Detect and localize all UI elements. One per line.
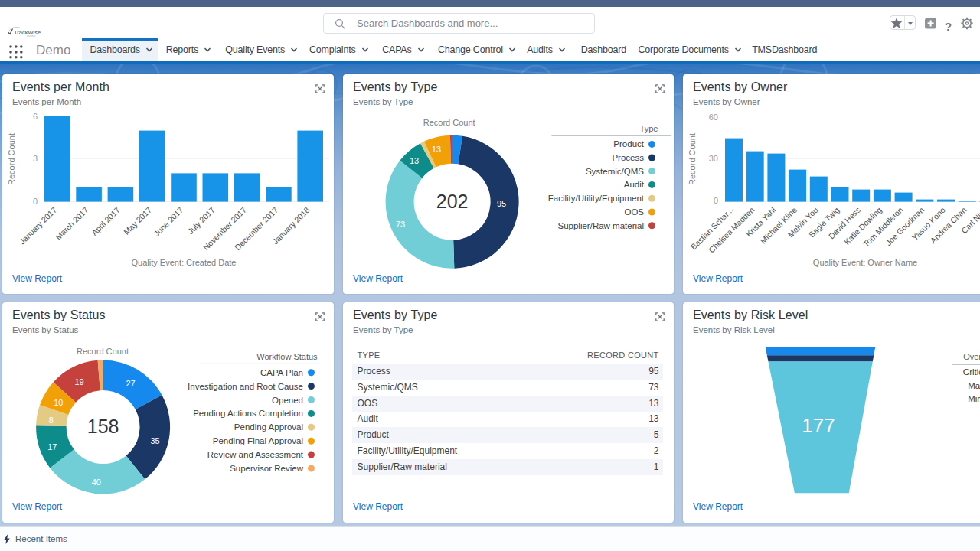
svg-text:Minor: Minor (968, 394, 980, 403)
svg-text:Record Count: Record Count (7, 133, 16, 185)
svg-text:Major: Major (968, 381, 980, 390)
svg-text:Investigation and Root Cause: Investigation and Root Cause (188, 382, 303, 391)
svg-text:Audit: Audit (624, 180, 645, 189)
svg-text:Pending Approval: Pending Approval (234, 422, 303, 432)
svg-text:35: 35 (150, 436, 159, 445)
svg-text:177: 177 (802, 414, 835, 437)
svg-text:0: 0 (33, 197, 38, 206)
svg-text:Pending Actions Completion: Pending Actions Completion (193, 409, 303, 418)
svg-text:June 2017: June 2017 (152, 205, 185, 238)
svg-text:13: 13 (432, 145, 441, 154)
svg-text:40: 40 (92, 478, 101, 487)
svg-text:95: 95 (497, 199, 506, 208)
svg-text:Critical: Critical (963, 367, 980, 377)
svg-text:Record Count: Record Count (77, 347, 129, 356)
svg-text:Record Count: Record Count (423, 118, 475, 127)
svg-text:Type: Type (640, 124, 658, 133)
svg-text:13: 13 (410, 156, 419, 165)
svg-text:Opened: Opened (272, 396, 303, 405)
svg-text:10: 10 (54, 398, 63, 407)
svg-text:30: 30 (709, 154, 718, 163)
svg-text:Process: Process (612, 153, 644, 162)
svg-text:Overall: Overall (963, 352, 980, 361)
svg-text:OOS: OOS (624, 207, 644, 217)
svg-text:0: 0 (714, 196, 718, 205)
svg-text:July 2017: July 2017 (185, 205, 216, 236)
svg-text:6: 6 (33, 112, 38, 121)
svg-text:Quality Event: Created Date: Quality Event: Created Date (132, 258, 237, 267)
svg-text:8: 8 (49, 416, 54, 425)
svg-text:27: 27 (126, 379, 135, 388)
svg-text:Product: Product (613, 139, 644, 148)
svg-text:3: 3 (33, 154, 38, 163)
svg-text:Pending Final Approval: Pending Final Approval (213, 436, 303, 445)
svg-text:March 2017: March 2017 (54, 205, 90, 242)
svg-text:73: 73 (396, 220, 405, 229)
svg-text:Record Count: Record Count (688, 133, 697, 185)
svg-text:January 2017: January 2017 (18, 205, 59, 246)
svg-text:CAPA Plan: CAPA Plan (260, 368, 303, 377)
svg-text:Supervisor Review: Supervisor Review (230, 464, 304, 473)
svg-text:Review and Assessment: Review and Assessment (207, 450, 304, 459)
svg-text:158: 158 (87, 416, 119, 437)
svg-text:May 2017: May 2017 (122, 205, 153, 236)
svg-text:April 2017: April 2017 (90, 205, 122, 237)
svg-text:Supplier/Raw material: Supplier/Raw material (558, 221, 645, 230)
svg-text:Facility/Utility/Equipment: Facility/Utility/Equipment (548, 194, 645, 203)
svg-text:Quality Event: Owner Name: Quality Event: Owner Name (813, 258, 917, 267)
svg-text:17: 17 (47, 442, 57, 452)
svg-text:60: 60 (709, 112, 718, 122)
svg-text:202: 202 (436, 191, 469, 212)
svg-text:Systemic/QMS: Systemic/QMS (586, 167, 644, 176)
svg-text:Workflow Status: Workflow Status (256, 352, 318, 361)
svg-text:19: 19 (74, 377, 83, 386)
